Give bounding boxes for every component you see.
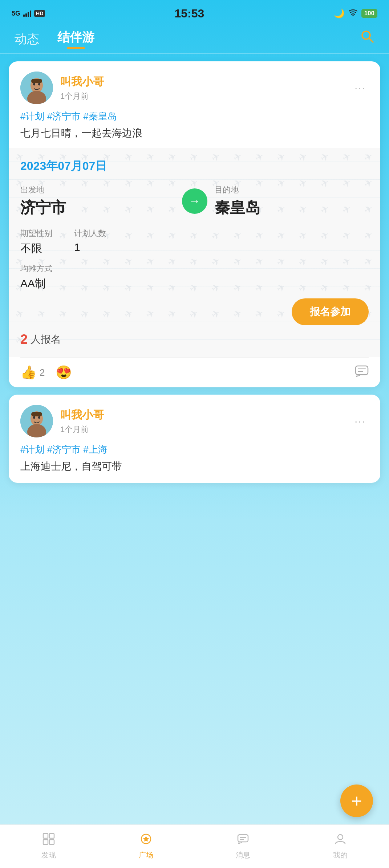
card-1-tags: #计划 #济宁市 #秦皇岛 xyxy=(20,110,369,123)
route-arrow-icon: → xyxy=(182,188,207,214)
fab-button[interactable]: + xyxy=(340,785,373,817)
love-emoji: 😍 xyxy=(56,365,72,380)
from-label: 出发地 xyxy=(20,184,175,195)
card-2-header: 叫我小哥 1个月前 ··· xyxy=(9,395,380,443)
profile-label: 我的 xyxy=(333,850,348,860)
svg-rect-18 xyxy=(43,834,48,838)
card-1-text: 七月七日晴，一起去海边浪 xyxy=(20,126,369,141)
register-button[interactable]: 报名参加 xyxy=(292,298,369,325)
avatar-1 xyxy=(20,72,53,104)
cards-container: 叫我小哥 1个月前 ··· #计划 #济宁市 #秦皇岛 七月七日晴，一起去海边浪… xyxy=(0,61,389,534)
svg-line-2 xyxy=(369,38,373,42)
status-time: 15:53 xyxy=(175,7,204,20)
to-city: 秦皇岛 xyxy=(215,197,369,218)
svg-point-26 xyxy=(338,835,343,840)
status-right: 🌙 100 xyxy=(334,8,377,19)
from-city: 济宁市 xyxy=(20,197,175,218)
card-1: 叫我小哥 1个月前 ··· #计划 #济宁市 #秦皇岛 七月七日晴，一起去海边浪… xyxy=(9,61,380,387)
from-side: 出发地 济宁市 xyxy=(20,184,175,218)
svg-rect-8 xyxy=(31,79,42,83)
plaza-icon xyxy=(140,833,152,848)
love-reaction[interactable]: 😍 xyxy=(56,365,72,380)
svg-point-6 xyxy=(33,83,35,86)
card-1-time: 1个月前 xyxy=(60,91,352,102)
card-2-time: 1个月前 xyxy=(60,424,352,435)
profile-icon xyxy=(334,833,347,848)
card-2-more-button[interactable]: ··· xyxy=(352,412,369,430)
svg-rect-17 xyxy=(31,412,42,416)
travel-plan-1: // We'll render this via JS below ✈✈✈✈✈✈… xyxy=(9,148,380,357)
svg-rect-19 xyxy=(49,834,54,838)
plaza-label: 广场 xyxy=(139,850,153,860)
nav-item-plaza[interactable]: 广场 xyxy=(97,833,195,860)
fab-plus-icon: + xyxy=(351,790,362,811)
split-detail: 均摊方式 AA制 xyxy=(20,263,369,291)
card-2: 叫我小哥 1个月前 ··· #计划 #济宁市 #上海 上海迪士尼，自驾可带 xyxy=(9,395,380,483)
top-nav: 动态 结伴游 xyxy=(0,25,389,53)
card-2-content: #计划 #济宁市 #上海 上海迪士尼，自驾可带 xyxy=(9,443,380,483)
signal-bars xyxy=(23,10,31,17)
split-value: AA制 xyxy=(20,276,369,291)
card-2-user-info: 叫我小哥 1个月前 xyxy=(60,408,352,435)
avatar-2 xyxy=(20,405,53,437)
card-1-username: 叫我小哥 xyxy=(60,74,352,89)
signup-count: 2 人报名 xyxy=(20,332,369,347)
signup-text: 人报名 xyxy=(31,333,61,346)
nav-divider xyxy=(0,53,389,54)
plan-date: 2023年07月07日 xyxy=(20,158,369,174)
search-button[interactable] xyxy=(360,29,374,47)
card-1-header: 叫我小哥 1个月前 ··· xyxy=(9,61,380,110)
card-2-username: 叫我小哥 xyxy=(60,408,352,423)
card-1-user-info: 叫我小哥 1个月前 xyxy=(60,74,352,102)
bottom-nav: 发现 广场 消息 我的 xyxy=(0,824,389,868)
like-count: 2 xyxy=(40,367,45,378)
register-row: 报名参加 xyxy=(20,298,369,325)
svg-rect-20 xyxy=(43,840,48,844)
to-label: 目的地 xyxy=(215,184,369,195)
card-2-text: 上海迪士尼，自驾可带 xyxy=(20,459,369,474)
messages-label: 消息 xyxy=(236,850,250,860)
card-1-content: #计划 #济宁市 #秦皇岛 七月七日晴，一起去海边浪 xyxy=(9,110,380,148)
gender-detail: 期望性别 不限 xyxy=(20,228,52,256)
to-side: 目的地 秦皇岛 xyxy=(215,184,369,218)
split-label: 均摊方式 xyxy=(20,263,369,274)
battery-indicator: 100 xyxy=(361,9,377,18)
hd-badge: HD xyxy=(34,10,45,17)
like-reaction[interactable]: 👍 2 xyxy=(20,365,45,380)
gender-label: 期望性别 xyxy=(20,228,52,239)
nav-item-discover[interactable]: 发现 xyxy=(0,833,97,860)
gender-value: 不限 xyxy=(20,241,52,256)
status-left: 5G HD xyxy=(12,10,45,17)
like-emoji: 👍 xyxy=(20,365,37,380)
signup-number: 2 xyxy=(20,332,28,347)
svg-point-7 xyxy=(38,83,40,86)
moon-icon: 🌙 xyxy=(334,8,345,19)
svg-point-0 xyxy=(352,15,353,16)
card-1-more-button[interactable]: ··· xyxy=(352,79,369,97)
people-value: 1 xyxy=(74,241,106,253)
messages-icon xyxy=(237,833,249,848)
svg-point-16 xyxy=(38,416,40,419)
wifi-icon xyxy=(348,8,358,19)
tab-dongtai[interactable]: 动态 xyxy=(15,31,39,52)
svg-rect-21 xyxy=(49,840,54,844)
nav-item-profile[interactable]: 我的 xyxy=(292,833,389,860)
svg-rect-9 xyxy=(356,366,368,375)
discover-icon xyxy=(42,833,55,848)
nav-item-messages[interactable]: 消息 xyxy=(195,833,292,860)
tab-jiebanyou[interactable]: 结伴游 xyxy=(57,29,94,53)
svg-rect-23 xyxy=(238,835,248,842)
card-1-footer: 👍 2 😍 xyxy=(9,358,380,387)
signal-type: 5G xyxy=(12,10,20,17)
discover-label: 发现 xyxy=(41,850,56,860)
route-row: 出发地 济宁市 → 目的地 秦皇岛 xyxy=(20,184,369,218)
comment-button[interactable] xyxy=(355,365,369,380)
people-detail: 计划人数 1 xyxy=(74,228,106,256)
plan-details: 期望性别 不限 计划人数 1 xyxy=(20,228,369,256)
people-label: 计划人数 xyxy=(74,228,106,239)
status-bar: 5G HD 15:53 🌙 100 xyxy=(0,0,389,25)
svg-point-15 xyxy=(33,416,35,419)
card-2-tags: #计划 #济宁市 #上海 xyxy=(20,443,369,456)
